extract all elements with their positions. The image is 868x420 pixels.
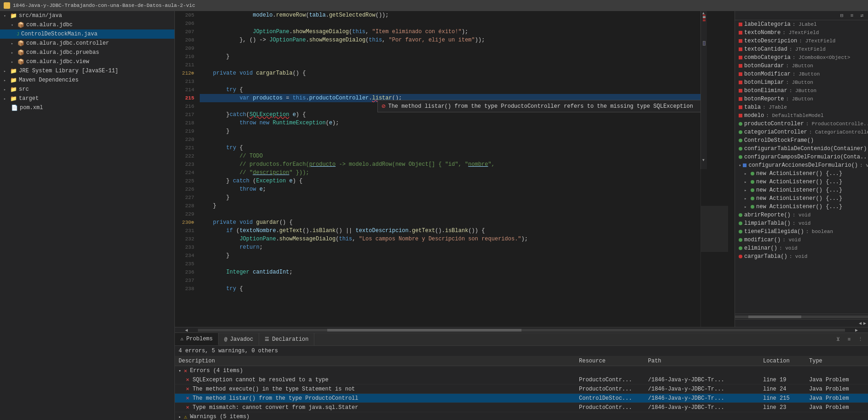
editor-h-scrollbar[interactable]: ◀ ▶ bbox=[175, 327, 868, 332]
sidebar-item-target[interactable]: 📁 target bbox=[0, 94, 174, 103]
outline-label-ControlDeStockFrame: ControlDeStockFrame() bbox=[744, 137, 814, 144]
outline-collapse-btn[interactable]: ⊟ bbox=[838, 12, 846, 20]
scroll-down-arrow[interactable]: ▼ bbox=[702, 158, 705, 162]
code-line-206 bbox=[200, 19, 700, 28]
ln-216: 216 bbox=[179, 102, 194, 111]
panel-sort-btn[interactable]: ≡ bbox=[845, 335, 853, 344]
scroll-right-btn[interactable]: ▶ bbox=[855, 327, 858, 333]
outline-item-labelCategoria[interactable]: labelCategoria : JLabel bbox=[735, 20, 868, 29]
problem-row-0[interactable]: ✕ SQLException cannot be resolved to a t… bbox=[175, 375, 868, 385]
outline-item-configurarCampos[interactable]: configurarCamposDelFormulario(Conta... bbox=[735, 153, 868, 161]
tab-problems[interactable]: ⚠ Problems bbox=[175, 333, 219, 345]
warnings-group-label: Warnings (5 items) bbox=[190, 414, 250, 420]
outline-item-actionListener4[interactable]: ▸ new ActionListener() {...} bbox=[735, 194, 868, 203]
tab-javadoc[interactable]: @ Javadoc bbox=[219, 333, 259, 345]
outline-scroll-left[interactable]: ◀ bbox=[859, 321, 862, 326]
code-line-231: if (textoNombre.getText().isBlank() || t… bbox=[200, 227, 700, 235]
outline-item-actionListener3[interactable]: ▸ new ActionListener() {...} bbox=[735, 186, 868, 194]
sidebar-item-ControlDeStockMain[interactable]: J ControlDeStockMain.java bbox=[0, 29, 174, 39]
outline-item-abrirReporte[interactable]: abrirReporte() : void bbox=[735, 211, 868, 219]
sidebar-label-target: target bbox=[19, 95, 39, 102]
outline-item-actionListener5[interactable]: ▸ new ActionListener() {...} bbox=[735, 203, 868, 211]
method-icon-actionListener5 bbox=[751, 205, 754, 209]
ln-234: 234 bbox=[179, 251, 194, 260]
problem-row-2[interactable]: ✕ The method listar() from the type Prod… bbox=[175, 394, 868, 403]
outline-item-ControlDeStockFrame[interactable]: ControlDeStockFrame() bbox=[735, 136, 868, 145]
scroll-up-arrow[interactable]: ▲ bbox=[702, 11, 705, 15]
outline-item-cargarTabla[interactable]: cargarTabla() : void bbox=[735, 252, 868, 261]
ln-225: 225 bbox=[179, 177, 194, 185]
outline-label-limpiarTabla: limpiarTabla() bbox=[744, 220, 791, 227]
outline-item-botonReporte[interactable]: botonReporte : JButton bbox=[735, 95, 868, 103]
outline-item-configurarTabla[interactable]: configurarTablaDeContenido(Container) bbox=[735, 145, 868, 153]
code-editor[interactable]: 205 206 207 208 209 210 211 212⊕ 213 214… bbox=[175, 11, 735, 327]
outline-item-tieneFilaElegida[interactable]: tieneFilaElegida() : boolean bbox=[735, 228, 868, 236]
title-bar-text: 1846-Java-y-JDBC-Trabajando-con-una-Base… bbox=[13, 3, 195, 8]
sidebar-label-maven: Maven Dependencies bbox=[19, 77, 79, 83]
ln-205: 205 bbox=[179, 11, 194, 19]
outline-item-comboCategoria[interactable]: comboCategoria : JComboBox<Object> bbox=[735, 53, 868, 62]
outline-sync-btn[interactable]: ⇄ bbox=[858, 12, 866, 20]
outline-scroll-right[interactable]: ▶ bbox=[863, 321, 866, 326]
sidebar-item-jre[interactable]: 📁 JRE System Library [JavaSE-11] bbox=[0, 66, 174, 76]
outline-item-productoController[interactable]: productoController : ProductoControlle..… bbox=[735, 120, 868, 128]
outline-item-textoCantidad[interactable]: textoCantidad : JTextField bbox=[735, 45, 868, 53]
folder-icon-jre: 📁 bbox=[10, 68, 17, 75]
main-layout: 📁 src/main/java 📦 com.alura.jdbc J Contr… bbox=[0, 11, 868, 420]
tab-declaration[interactable]: ☰ Declaration bbox=[259, 333, 314, 345]
sidebar-item-com-alura-jdbc-view[interactable]: 📦 com.alura.jdbc.view bbox=[0, 57, 174, 66]
h-scroll-track[interactable] bbox=[198, 329, 845, 332]
warnings-group[interactable]: ▸ ⚠ Warnings (5 items) bbox=[175, 412, 868, 420]
outline-label-actionListener5: new ActionListener() {...} bbox=[756, 204, 842, 210]
tree-arrow-controller bbox=[11, 41, 16, 46]
code-line-207: JOptionPane.showMessageDialog(this, "Ite… bbox=[200, 28, 700, 36]
outline-item-botonEliminar[interactable]: botonEliminar : JButton bbox=[735, 87, 868, 95]
tooltip-message: The method listar() from the type Produc… bbox=[388, 103, 693, 110]
outline-item-configurarAcciones[interactable]: ▾ configurarAccionesDelFormulario() : vo… bbox=[735, 161, 868, 169]
outline-item-actionListener1[interactable]: ▸ new ActionListener() {...} bbox=[735, 169, 868, 178]
outline-item-botonModificar[interactable]: botonModificar : JButton bbox=[735, 70, 868, 78]
code-line-237 bbox=[200, 276, 700, 285]
ln-208: 208 bbox=[179, 36, 194, 44]
sidebar-item-com-alura-jdbc[interactable]: 📦 com.alura.jdbc bbox=[0, 20, 174, 29]
sidebar-item-src[interactable]: 📁 src bbox=[0, 85, 174, 94]
outline-item-botonGuardar[interactable]: botonGuardar : JButton bbox=[735, 62, 868, 70]
outline-label-configurarCampos: configurarCamposDelFormulario(Conta... bbox=[744, 154, 868, 160]
outline-item-actionListener2[interactable]: ▸ new ActionListener() {...} bbox=[735, 178, 868, 186]
field-icon-comboCategoria bbox=[739, 56, 742, 59]
panel-filter-btn[interactable]: ⊻ bbox=[834, 335, 842, 344]
ln-213: 213 bbox=[179, 77, 194, 86]
scroll-left-btn[interactable]: ◀ bbox=[185, 327, 188, 333]
code-line-220 bbox=[200, 135, 700, 144]
errors-group[interactable]: ▾ ✕ Errors (4 items) bbox=[175, 366, 868, 375]
sidebar-item-com-alura-jdbc-pruebas[interactable]: 📦 com.alura.jdbc.pruebas bbox=[0, 48, 174, 57]
code-line-224: // "descripcion" })); bbox=[200, 169, 700, 177]
problem-row-1[interactable]: ✕ The method execute() in the type State… bbox=[175, 385, 868, 394]
outline-item-limpiarTabla[interactable]: limpiarTabla() : void bbox=[735, 219, 868, 228]
outline-item-categoriaController[interactable]: categoriaController : CategoriaControlle bbox=[735, 128, 868, 136]
h-scroll-thumb[interactable] bbox=[327, 329, 521, 332]
outline-item-botonLimpiar[interactable]: botonLimpiar : JButton bbox=[735, 78, 868, 87]
ln-226: 226 bbox=[179, 185, 194, 193]
sidebar-item-maven[interactable]: 📁 Maven Dependencies bbox=[0, 76, 174, 85]
code-content[interactable]: modelo.removeRow(tabla.getSelectedRow())… bbox=[198, 11, 700, 327]
field-icon-botonEliminar bbox=[739, 89, 742, 93]
ln-229: 229 bbox=[179, 210, 194, 218]
outline-item-modificar[interactable]: modificar() : void bbox=[735, 236, 868, 244]
file-icon-pom: 📄 bbox=[11, 105, 18, 111]
problem-2-resource: ControlDeStoc... bbox=[579, 395, 648, 402]
outline-item-modelo[interactable]: modelo : DefaultTableModel bbox=[735, 111, 868, 120]
panel-settings-btn[interactable]: ⋮ bbox=[856, 335, 864, 344]
outline-item-eliminar[interactable]: eliminar() : void bbox=[735, 244, 868, 252]
sidebar-item-com-alura-jdbc-controller[interactable]: 📦 com.alura.jdbc.controller bbox=[0, 39, 174, 48]
ln-231: 231 bbox=[179, 227, 194, 235]
problem-row-3[interactable]: ✕ Type mismatch: cannot convert from jav… bbox=[175, 403, 868, 412]
problem-3-path: /1846-Java-y-JDBC-Tr... bbox=[648, 404, 763, 411]
sidebar-item-pom[interactable]: 📄 pom.xml bbox=[0, 103, 174, 112]
outline-item-textoDescripcion[interactable]: textoDescripcion : JTextField bbox=[735, 37, 868, 45]
sidebar-item-src-main-java[interactable]: 📁 src/main/java bbox=[0, 11, 174, 20]
problem-3-desc: Type mismatch: cannot convert from java.… bbox=[192, 404, 358, 411]
outline-item-textoNombre[interactable]: textoNombre : JTextField bbox=[735, 29, 868, 37]
outline-sort-btn[interactable]: ≡ bbox=[848, 12, 856, 20]
outline-item-tabla[interactable]: tabla : JTable bbox=[735, 103, 868, 111]
